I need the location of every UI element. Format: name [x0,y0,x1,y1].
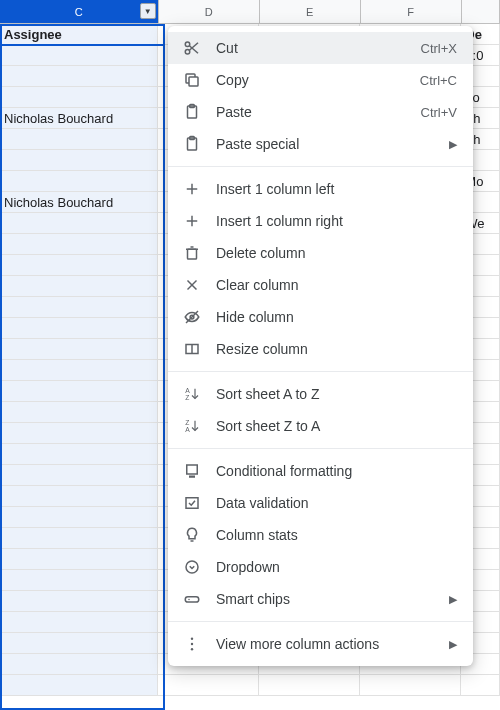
cell[interactable] [259,675,360,695]
menu-paste[interactable]: Paste Ctrl+V [168,96,473,128]
cell[interactable] [0,129,158,149]
cell[interactable] [0,465,158,485]
column-header-next[interactable] [462,0,500,23]
menu-sort-za[interactable]: ZA Sort sheet Z to A [168,410,473,442]
submenu-arrow-icon: ▶ [449,593,457,606]
cell[interactable]: Nicholas Bouchard [0,192,158,212]
cell[interactable] [0,444,158,464]
cell[interactable] [0,234,158,254]
menu-insert-right[interactable]: Insert 1 column right [168,205,473,237]
column-header-c[interactable]: C ▼ [0,0,159,23]
cell[interactable] [0,591,158,611]
more-vertical-icon [182,634,202,654]
trash-icon [182,243,202,263]
cell[interactable] [0,276,158,296]
cell[interactable] [461,675,500,695]
plus-icon [182,211,202,231]
column-header-f-label: F [407,6,414,18]
cell[interactable] [0,507,158,527]
cell[interactable] [0,423,158,443]
menu-column-stats[interactable]: Column stats [168,519,473,551]
paste-special-icon [182,134,202,154]
menu-delete-column[interactable]: Delete column [168,237,473,269]
cell[interactable] [0,360,158,380]
x-icon [182,275,202,295]
cell[interactable] [0,171,158,191]
cell[interactable] [0,87,158,107]
menu-clear-column-label: Clear column [216,277,457,293]
sort-az-icon: AZ [182,384,202,404]
cell[interactable] [158,675,259,695]
menu-separator [168,371,473,372]
menu-more-actions[interactable]: View more column actions ▶ [168,628,473,660]
cell[interactable] [360,675,461,695]
menu-smart-chips[interactable]: Smart chips ▶ [168,583,473,615]
menu-paste-special[interactable]: Paste special ▶ [168,128,473,160]
menu-hide-column-label: Hide column [216,309,457,325]
cell-c-header[interactable]: Assignee [0,24,158,44]
cell-text: Nicholas Bouchard [4,111,113,126]
cell[interactable] [0,255,158,275]
menu-insert-left[interactable]: Insert 1 column left [168,173,473,205]
menu-conditional-formatting-label: Conditional formatting [216,463,457,479]
cell[interactable] [0,528,158,548]
paste-icon [182,102,202,122]
cell[interactable] [0,570,158,590]
cell[interactable] [0,381,158,401]
menu-dropdown[interactable]: Dropdown [168,551,473,583]
menu-clear-column[interactable]: Clear column [168,269,473,301]
menu-cut[interactable]: Cut Ctrl+X [168,32,473,64]
menu-hide-column[interactable]: Hide column [168,301,473,333]
svg-point-35 [191,648,193,650]
data-validation-icon [182,493,202,513]
menu-data-validation[interactable]: Data validation [168,487,473,519]
svg-rect-13 [188,249,197,259]
svg-point-34 [191,643,193,645]
menu-data-validation-label: Data validation [216,495,457,511]
menu-copy[interactable]: Copy Ctrl+C [168,64,473,96]
cell[interactable] [0,339,158,359]
menu-resize-column[interactable]: Resize column [168,333,473,365]
svg-point-32 [188,599,190,601]
cell[interactable] [0,213,158,233]
menu-cut-shortcut: Ctrl+X [421,41,457,56]
menu-conditional-formatting[interactable]: Conditional formatting [168,455,473,487]
cell[interactable] [0,45,158,65]
menu-insert-right-label: Insert 1 column right [216,213,457,229]
cell[interactable]: Nicholas Bouchard [0,108,158,128]
svg-rect-27 [189,476,195,478]
cell[interactable] [0,654,158,674]
menu-sort-az[interactable]: AZ Sort sheet A to Z [168,378,473,410]
column-header-e[interactable]: E [260,0,361,23]
svg-rect-4 [189,77,198,86]
menu-sort-az-label: Sort sheet A to Z [216,386,457,402]
cell[interactable] [0,675,158,695]
cell[interactable] [0,402,158,422]
menu-more-actions-label: View more column actions [216,636,449,652]
cell[interactable] [0,150,158,170]
column-dropdown-icon[interactable]: ▼ [140,3,156,19]
svg-text:Z: Z [185,419,189,426]
svg-text:A: A [185,387,190,394]
svg-point-33 [191,638,193,640]
svg-rect-31 [185,597,199,602]
column-header-d[interactable]: D [159,0,260,23]
dropdown-icon [182,557,202,577]
cell[interactable] [0,612,158,632]
cell[interactable] [0,297,158,317]
cell-text: Nicholas Bouchard [4,195,113,210]
cell[interactable] [0,66,158,86]
cell[interactable] [0,486,158,506]
cell[interactable] [0,633,158,653]
cell[interactable] [0,549,158,569]
svg-rect-28 [186,498,198,509]
cell[interactable] [0,318,158,338]
menu-smart-chips-label: Smart chips [216,591,449,607]
svg-point-1 [185,50,190,55]
resize-icon [182,339,202,359]
svg-text:Z: Z [185,394,189,401]
cell-c-header-text: Assignee [4,27,62,42]
column-header-f[interactable]: F [361,0,462,23]
menu-delete-column-label: Delete column [216,245,457,261]
smart-chips-icon [182,589,202,609]
